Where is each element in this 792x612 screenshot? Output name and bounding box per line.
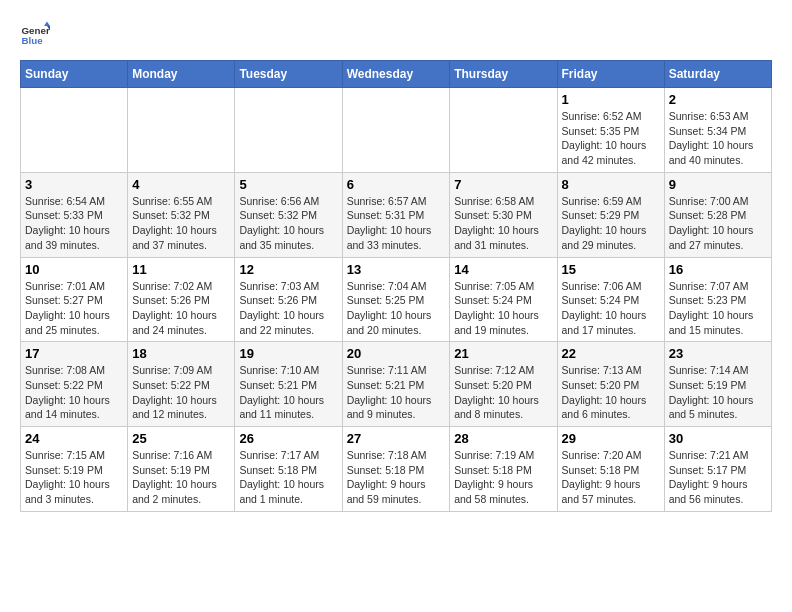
- day-info: Sunrise: 7:20 AM Sunset: 5:18 PM Dayligh…: [562, 448, 660, 507]
- day-number: 11: [132, 262, 230, 277]
- calendar-cell: 22Sunrise: 7:13 AM Sunset: 5:20 PM Dayli…: [557, 342, 664, 427]
- day-info: Sunrise: 7:15 AM Sunset: 5:19 PM Dayligh…: [25, 448, 123, 507]
- day-number: 26: [239, 431, 337, 446]
- calendar-cell: 27Sunrise: 7:18 AM Sunset: 5:18 PM Dayli…: [342, 427, 450, 512]
- weekday-header-thursday: Thursday: [450, 61, 557, 88]
- day-info: Sunrise: 7:14 AM Sunset: 5:19 PM Dayligh…: [669, 363, 767, 422]
- weekday-header-saturday: Saturday: [664, 61, 771, 88]
- week-row-5: 24Sunrise: 7:15 AM Sunset: 5:19 PM Dayli…: [21, 427, 772, 512]
- day-info: Sunrise: 7:21 AM Sunset: 5:17 PM Dayligh…: [669, 448, 767, 507]
- day-info: Sunrise: 7:17 AM Sunset: 5:18 PM Dayligh…: [239, 448, 337, 507]
- weekday-header-friday: Friday: [557, 61, 664, 88]
- week-row-4: 17Sunrise: 7:08 AM Sunset: 5:22 PM Dayli…: [21, 342, 772, 427]
- day-number: 9: [669, 177, 767, 192]
- calendar-cell: 8Sunrise: 6:59 AM Sunset: 5:29 PM Daylig…: [557, 172, 664, 257]
- day-info: Sunrise: 6:58 AM Sunset: 5:30 PM Dayligh…: [454, 194, 552, 253]
- day-number: 18: [132, 346, 230, 361]
- calendar-cell: 15Sunrise: 7:06 AM Sunset: 5:24 PM Dayli…: [557, 257, 664, 342]
- day-info: Sunrise: 6:52 AM Sunset: 5:35 PM Dayligh…: [562, 109, 660, 168]
- calendar-cell: 5Sunrise: 6:56 AM Sunset: 5:32 PM Daylig…: [235, 172, 342, 257]
- day-number: 12: [239, 262, 337, 277]
- calendar-cell: 10Sunrise: 7:01 AM Sunset: 5:27 PM Dayli…: [21, 257, 128, 342]
- calendar-cell: [21, 88, 128, 173]
- day-number: 30: [669, 431, 767, 446]
- day-number: 21: [454, 346, 552, 361]
- calendar-cell: 25Sunrise: 7:16 AM Sunset: 5:19 PM Dayli…: [128, 427, 235, 512]
- day-info: Sunrise: 7:01 AM Sunset: 5:27 PM Dayligh…: [25, 279, 123, 338]
- calendar-cell: 7Sunrise: 6:58 AM Sunset: 5:30 PM Daylig…: [450, 172, 557, 257]
- day-info: Sunrise: 6:54 AM Sunset: 5:33 PM Dayligh…: [25, 194, 123, 253]
- logo: General Blue: [20, 20, 50, 50]
- day-number: 24: [25, 431, 123, 446]
- day-number: 16: [669, 262, 767, 277]
- day-number: 3: [25, 177, 123, 192]
- day-info: Sunrise: 7:16 AM Sunset: 5:19 PM Dayligh…: [132, 448, 230, 507]
- page-header: General Blue: [20, 20, 772, 50]
- day-info: Sunrise: 7:12 AM Sunset: 5:20 PM Dayligh…: [454, 363, 552, 422]
- day-info: Sunrise: 6:55 AM Sunset: 5:32 PM Dayligh…: [132, 194, 230, 253]
- calendar-cell: 24Sunrise: 7:15 AM Sunset: 5:19 PM Dayli…: [21, 427, 128, 512]
- calendar-table: SundayMondayTuesdayWednesdayThursdayFrid…: [20, 60, 772, 512]
- logo-icon: General Blue: [20, 20, 50, 50]
- calendar-cell: 17Sunrise: 7:08 AM Sunset: 5:22 PM Dayli…: [21, 342, 128, 427]
- day-info: Sunrise: 7:11 AM Sunset: 5:21 PM Dayligh…: [347, 363, 446, 422]
- calendar-cell: 21Sunrise: 7:12 AM Sunset: 5:20 PM Dayli…: [450, 342, 557, 427]
- svg-text:Blue: Blue: [22, 35, 44, 46]
- week-row-1: 1Sunrise: 6:52 AM Sunset: 5:35 PM Daylig…: [21, 88, 772, 173]
- weekday-header-tuesday: Tuesday: [235, 61, 342, 88]
- day-number: 17: [25, 346, 123, 361]
- calendar-cell: 30Sunrise: 7:21 AM Sunset: 5:17 PM Dayli…: [664, 427, 771, 512]
- calendar-cell: 11Sunrise: 7:02 AM Sunset: 5:26 PM Dayli…: [128, 257, 235, 342]
- day-number: 15: [562, 262, 660, 277]
- day-info: Sunrise: 7:10 AM Sunset: 5:21 PM Dayligh…: [239, 363, 337, 422]
- calendar-cell: [128, 88, 235, 173]
- day-info: Sunrise: 7:07 AM Sunset: 5:23 PM Dayligh…: [669, 279, 767, 338]
- day-number: 2: [669, 92, 767, 107]
- calendar-cell: 29Sunrise: 7:20 AM Sunset: 5:18 PM Dayli…: [557, 427, 664, 512]
- weekday-header-monday: Monday: [128, 61, 235, 88]
- day-number: 8: [562, 177, 660, 192]
- day-number: 28: [454, 431, 552, 446]
- calendar-cell: 4Sunrise: 6:55 AM Sunset: 5:32 PM Daylig…: [128, 172, 235, 257]
- day-number: 13: [347, 262, 446, 277]
- svg-text:General: General: [22, 25, 51, 36]
- day-number: 1: [562, 92, 660, 107]
- weekday-header-sunday: Sunday: [21, 61, 128, 88]
- day-info: Sunrise: 7:03 AM Sunset: 5:26 PM Dayligh…: [239, 279, 337, 338]
- day-info: Sunrise: 6:53 AM Sunset: 5:34 PM Dayligh…: [669, 109, 767, 168]
- day-number: 5: [239, 177, 337, 192]
- day-number: 19: [239, 346, 337, 361]
- calendar-cell: 9Sunrise: 7:00 AM Sunset: 5:28 PM Daylig…: [664, 172, 771, 257]
- day-info: Sunrise: 7:13 AM Sunset: 5:20 PM Dayligh…: [562, 363, 660, 422]
- week-row-2: 3Sunrise: 6:54 AM Sunset: 5:33 PM Daylig…: [21, 172, 772, 257]
- weekday-header-row: SundayMondayTuesdayWednesdayThursdayFrid…: [21, 61, 772, 88]
- calendar-cell: 12Sunrise: 7:03 AM Sunset: 5:26 PM Dayli…: [235, 257, 342, 342]
- day-number: 7: [454, 177, 552, 192]
- calendar-cell: 16Sunrise: 7:07 AM Sunset: 5:23 PM Dayli…: [664, 257, 771, 342]
- day-number: 14: [454, 262, 552, 277]
- calendar-cell: 26Sunrise: 7:17 AM Sunset: 5:18 PM Dayli…: [235, 427, 342, 512]
- day-info: Sunrise: 7:02 AM Sunset: 5:26 PM Dayligh…: [132, 279, 230, 338]
- day-number: 20: [347, 346, 446, 361]
- day-info: Sunrise: 7:00 AM Sunset: 5:28 PM Dayligh…: [669, 194, 767, 253]
- calendar-cell: [235, 88, 342, 173]
- calendar-cell: 19Sunrise: 7:10 AM Sunset: 5:21 PM Dayli…: [235, 342, 342, 427]
- day-number: 25: [132, 431, 230, 446]
- day-info: Sunrise: 7:05 AM Sunset: 5:24 PM Dayligh…: [454, 279, 552, 338]
- calendar-cell: [450, 88, 557, 173]
- day-number: 22: [562, 346, 660, 361]
- calendar-cell: 28Sunrise: 7:19 AM Sunset: 5:18 PM Dayli…: [450, 427, 557, 512]
- calendar-cell: 14Sunrise: 7:05 AM Sunset: 5:24 PM Dayli…: [450, 257, 557, 342]
- day-info: Sunrise: 6:56 AM Sunset: 5:32 PM Dayligh…: [239, 194, 337, 253]
- svg-marker-2: [44, 22, 50, 27]
- day-number: 10: [25, 262, 123, 277]
- day-info: Sunrise: 7:18 AM Sunset: 5:18 PM Dayligh…: [347, 448, 446, 507]
- day-info: Sunrise: 7:09 AM Sunset: 5:22 PM Dayligh…: [132, 363, 230, 422]
- day-number: 29: [562, 431, 660, 446]
- calendar-cell: 20Sunrise: 7:11 AM Sunset: 5:21 PM Dayli…: [342, 342, 450, 427]
- calendar-cell: 6Sunrise: 6:57 AM Sunset: 5:31 PM Daylig…: [342, 172, 450, 257]
- calendar-cell: 2Sunrise: 6:53 AM Sunset: 5:34 PM Daylig…: [664, 88, 771, 173]
- day-number: 4: [132, 177, 230, 192]
- weekday-header-wednesday: Wednesday: [342, 61, 450, 88]
- calendar-cell: 1Sunrise: 6:52 AM Sunset: 5:35 PM Daylig…: [557, 88, 664, 173]
